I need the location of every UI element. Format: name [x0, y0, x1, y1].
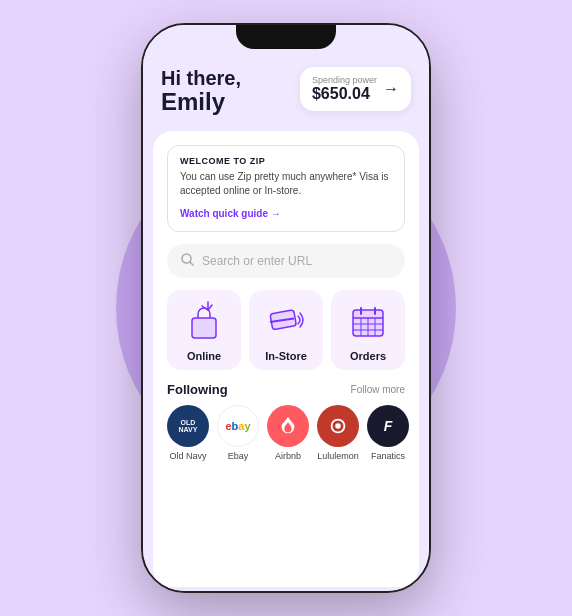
welcome-text: You can use Zip pretty much anywhere* Vi… [180, 170, 392, 198]
following-section: Following Follow more OLDNAVY Old Navy [167, 382, 405, 577]
following-item-ebay[interactable]: ebay Ebay [217, 405, 259, 461]
category-online[interactable]: Online [167, 290, 241, 370]
brand-name-ebay: Ebay [228, 451, 249, 461]
avatar-lululemon [317, 405, 359, 447]
spending-amount: $650.04 [312, 85, 377, 103]
greeting-name: Emily [161, 89, 241, 115]
category-instore[interactable]: In-Store [249, 290, 323, 370]
avatar-ebay: ebay [217, 405, 259, 447]
avatar-fanatics: F [367, 405, 409, 447]
follow-more-link[interactable]: Follow more [351, 384, 405, 395]
avatar-airbnb [267, 405, 309, 447]
spending-info: Spending power $650.04 [312, 75, 377, 103]
search-bar[interactable]: Search or enter URL [167, 244, 405, 278]
following-item-lululemon[interactable]: Lululemon [317, 405, 359, 461]
greeting-hi: Hi there, [161, 67, 241, 89]
following-title: Following [167, 382, 228, 397]
online-label: Online [187, 350, 221, 362]
brand-name-lululemon: Lululemon [317, 451, 359, 461]
brand-name-airbnb: Airbnb [275, 451, 301, 461]
orders-icon [346, 300, 390, 344]
following-item-airbnb[interactable]: Airbnb [267, 405, 309, 461]
spending-power-card[interactable]: Spending power $650.04 → [300, 67, 411, 111]
header: Hi there, Emily Spending power $650.04 → [143, 57, 429, 127]
phone-notch [236, 25, 336, 49]
brand-name-fanatics: Fanatics [371, 451, 405, 461]
welcome-banner: WELCOME TO ZIP You can use Zip pretty mu… [167, 145, 405, 232]
instore-label: In-Store [265, 350, 307, 362]
phone-frame: Hi there, Emily Spending power $650.04 →… [141, 23, 431, 593]
svg-line-1 [190, 262, 193, 265]
greeting: Hi there, Emily [161, 67, 241, 115]
avatar-oldnavy: OLDNAVY [167, 405, 209, 447]
welcome-title: WELCOME TO ZIP [180, 156, 392, 166]
spending-arrow-icon: → [383, 80, 399, 98]
online-icon [182, 300, 226, 344]
orders-label: Orders [350, 350, 386, 362]
following-header: Following Follow more [167, 382, 405, 397]
following-item-oldnavy[interactable]: OLDNAVY Old Navy [167, 405, 209, 461]
category-grid: Online In-Store [167, 290, 405, 370]
main-card: WELCOME TO ZIP You can use Zip pretty mu… [153, 131, 419, 587]
spending-label: Spending power [312, 75, 377, 85]
search-icon [181, 253, 194, 269]
brand-name-oldnavy: Old Navy [169, 451, 206, 461]
phone-content: Hi there, Emily Spending power $650.04 →… [143, 25, 429, 591]
following-item-fanatics[interactable]: F Fanatics [367, 405, 409, 461]
following-list: OLDNAVY Old Navy ebay Ebay [167, 405, 405, 461]
watch-guide-link[interactable]: Watch quick guide → [180, 208, 281, 219]
category-orders[interactable]: Orders [331, 290, 405, 370]
svg-rect-2 [192, 318, 216, 338]
svg-point-15 [335, 424, 341, 430]
search-placeholder: Search or enter URL [202, 254, 312, 268]
instore-icon [264, 300, 308, 344]
